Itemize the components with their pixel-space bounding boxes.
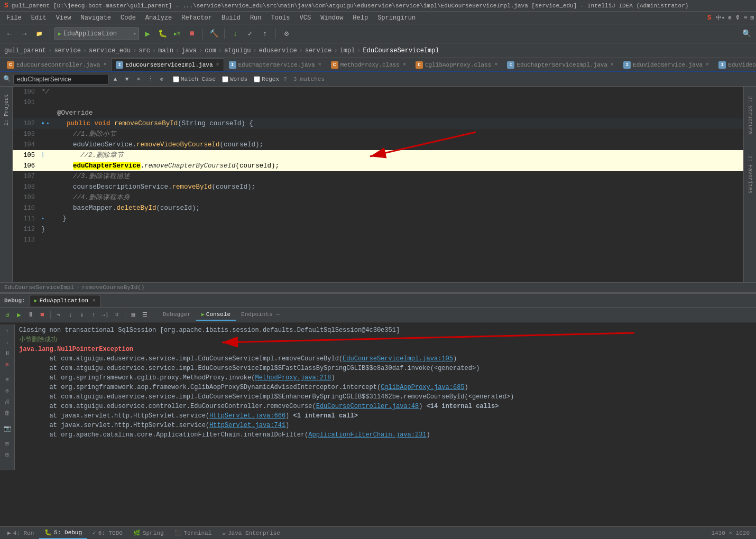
pause-output-btn[interactable]: ⏸ [3,349,12,358]
layout-btn1[interactable]: ⊟ [3,439,12,449]
bc-com[interactable]: com [205,47,216,54]
menu-build[interactable]: Build [217,13,245,23]
layout-btn2[interactable]: ⊞ [3,450,12,460]
project-panel-btn[interactable]: 1: Project [1,89,12,131]
search-filter-btn[interactable]: ⊕ [157,75,167,84]
bc-atguigu[interactable]: atguigu [224,47,251,54]
regex-option[interactable]: Regex [254,76,279,82]
git-update-btn[interactable]: ↓ [229,27,242,40]
bc-eduservice[interactable]: eduservice [259,47,297,54]
console-output[interactable]: ↑ ↓ ⏸ ⊗ ≡ ⊕ 🖨 🗑 📷 ⊟ ⊞ Closing non transa… [0,322,756,472]
menu-window[interactable]: Window [316,13,347,23]
tab-method-proxy[interactable]: C MethodProxy.class × [326,58,411,71]
regex-checkbox[interactable] [254,76,260,82]
menu-code[interactable]: Code [116,13,140,23]
tab-edu-video-service-2[interactable]: I EduVideoService [714,58,756,71]
search-more-options-btn[interactable]: ⋮ [145,75,155,84]
debug-step-into-btn[interactable]: ↓ [65,310,76,320]
tab-edu-chapter-service-impl[interactable]: I EduChapterServiceImpl.java × [502,58,619,71]
menu-navigate[interactable]: Navigate [76,13,115,23]
tab-cglib-aop-proxy[interactable]: C CglibAopProxy.class × [411,58,502,71]
debug-rerun-btn[interactable]: ↺ [2,310,13,320]
clear-console-btn[interactable]: ⊗ [3,360,12,369]
debug-eval-btn[interactable]: ⌗ [112,310,122,320]
menu-tools[interactable]: Tools [267,13,294,23]
menu-file[interactable]: File [2,13,26,23]
debug-force-step-into-btn[interactable]: ⇓ [77,310,87,320]
words-checkbox[interactable] [222,76,228,82]
recent-files-btn[interactable]: 📁 [33,27,45,40]
print-btn[interactable]: 🖨 [3,397,12,407]
tab-edu-course-controller[interactable]: C EduCourseController.java × [2,58,111,71]
bc-guli-parent[interactable]: guli_parent [4,47,46,54]
coverage-btn[interactable]: ▶% [171,27,183,40]
bc-edu-course-service-impl[interactable]: EduCourseServiceImpl [363,47,439,54]
match-case-option[interactable]: Match Case [173,76,216,82]
search-prev-btn[interactable]: ▲ [110,75,120,84]
debug-stop-btn[interactable]: ■ [37,310,48,320]
favorites-panel-btn[interactable]: 2: Favorites [745,153,755,196]
link-http-servlet-666[interactable]: HttpServlet.java:666 [209,412,285,420]
debug-btn[interactable]: 🐛 [156,27,169,40]
tab-edu-video-service[interactable]: I EduVideoService.java × [619,58,714,71]
forward-btn[interactable]: → [18,27,31,40]
debug-frames-btn[interactable]: ▤ [128,310,139,320]
words-option[interactable]: Words [222,76,247,82]
run-btn[interactable]: ▶ [141,27,154,40]
status-tab-java-enterprise[interactable]: ☕ Java Enterprise [217,527,285,539]
status-tab-debug[interactable]: 🐛 5: Debug [39,527,87,539]
code-area[interactable]: 100 */ 101 @Override 102 ● [13,87,743,282]
debug-pause-btn[interactable]: ⏸ [25,310,36,320]
debug-app-tab[interactable]: ▶ EduApplication × [30,295,100,306]
bc-service[interactable]: service [54,47,80,54]
build-btn[interactable]: 🔨 [207,27,220,40]
trash-btn[interactable]: 🗑 [3,408,12,418]
tab-edu-chapter-service[interactable]: I EduChapterService.java × [224,58,326,71]
git-commit-btn[interactable]: ✓ [244,27,256,40]
menu-run[interactable]: Run [246,13,266,23]
menu-analyze[interactable]: Analyze [141,13,176,23]
bc-java[interactable]: java [181,47,197,54]
debug-step-over-btn[interactable]: ↷ [53,310,64,320]
search-close-btn[interactable]: × [134,75,143,84]
status-tab-run[interactable]: ▶ 4: Run [2,527,39,539]
git-push-btn[interactable]: ↑ [259,27,271,40]
link-method-proxy[interactable]: MethodProxy.java:218 [255,374,331,382]
settings-btn[interactable]: ⚙ [280,27,293,40]
bc-service2[interactable]: service [305,47,331,54]
structure-panel-btn[interactable]: 2: Structure [745,89,755,142]
menu-vcs[interactable]: VCS [296,13,316,23]
status-tab-todo[interactable]: ✓ 6: TODO [87,527,128,539]
bc-main[interactable]: main [158,47,173,54]
menu-refactor[interactable]: Refactor [177,13,216,23]
tab-endpoints[interactable]: Endpoints → [236,309,285,321]
app-config-dropdown[interactable]: ▶ EduApplication ▾ [54,27,139,40]
back-btn[interactable]: ← [3,27,16,40]
debug-resume-btn[interactable]: ▶ [14,310,24,320]
menu-edit[interactable]: Edit [27,13,51,23]
debug-watch-btn[interactable]: ☰ [140,310,150,320]
search-input[interactable] [13,74,108,85]
status-tab-spring[interactable]: 🌿 Spring [128,527,169,539]
link-http-servlet-741[interactable]: HttpServlet.java:741 [209,422,285,429]
debug-run-to-cursor-btn[interactable]: →| [100,310,110,320]
bc-service-edu[interactable]: service_edu [89,47,131,54]
console-settings-btn[interactable]: ≡ [3,375,12,385]
menu-springirun[interactable]: Springirun [373,13,420,23]
link-app-filter-chain[interactable]: ApplicationFilterChain.java:231 [308,431,426,439]
filter-console-btn[interactable]: ⊕ [3,386,12,396]
scroll-down-btn[interactable]: ↓ [3,338,12,347]
tab-console[interactable]: ▶Console [196,309,236,321]
status-tab-terminal[interactable]: ⬛ Terminal [169,527,217,539]
menu-view[interactable]: View [52,13,76,23]
scroll-up-btn[interactable]: ↑ [3,327,12,336]
link-edu-course-controller[interactable]: EduCourseController.java:48 [316,403,419,410]
camera-btn[interactable]: 📷 [3,424,12,433]
debug-app-tab-close[interactable]: × [93,298,96,304]
stop-btn[interactable]: ■ [186,27,198,40]
search-help[interactable]: ? [283,76,287,82]
debug-step-out-btn[interactable]: ↑ [88,310,99,320]
link-edu-course-service-impl[interactable]: EduCourseServiceImpl.java:105 [343,355,453,363]
bc-impl[interactable]: impl [340,47,355,54]
tab-debugger[interactable]: Debugger [158,309,196,321]
